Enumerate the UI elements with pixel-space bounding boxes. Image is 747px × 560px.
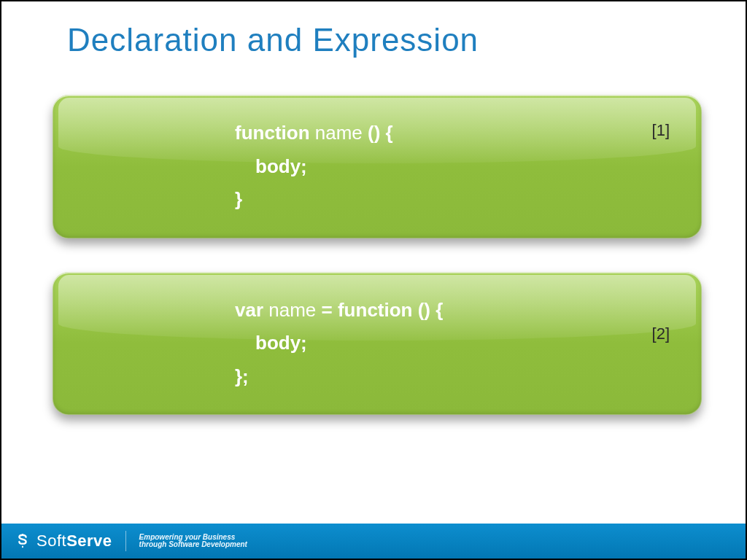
reference-badge: [1]: [652, 121, 670, 140]
code-keyword: };: [235, 365, 249, 387]
reference-badge: [2]: [652, 324, 670, 343]
code-line: }: [235, 183, 673, 217]
slide-title: Declaration and Expression: [1, 1, 746, 58]
brand-logo: SoftServe: [15, 532, 112, 551]
code-keyword: }: [235, 188, 242, 210]
slide-content: [1] function name () { body; } [2] var n…: [1, 58, 746, 524]
code-text: name: [310, 122, 368, 144]
code-line: };: [235, 360, 673, 394]
code-line: var name = function () {: [235, 294, 673, 327]
code-text: name: [263, 299, 322, 321]
code-box-declaration: [1] function name () { body; }: [53, 95, 702, 238]
slide: Declaration and Expression [1] function …: [0, 0, 747, 560]
code-keyword: () {: [368, 122, 393, 144]
code-keyword: body;: [255, 332, 307, 354]
code-box-expression: [2] var name = function () { body; };: [53, 272, 702, 416]
code-lines: var name = function () { body; };: [235, 294, 673, 394]
code-lines: function name () { body; }: [235, 117, 673, 217]
brand-s-icon: [15, 533, 31, 549]
code-line: function name () {: [235, 117, 673, 150]
footer-divider: [125, 531, 126, 551]
brand-tagline: Empowering your Business through Softwar…: [139, 534, 247, 549]
tagline-line2: through Software Development: [139, 541, 247, 549]
code-keyword: var: [235, 299, 263, 321]
brand-text-soft: Soft: [36, 532, 66, 550]
code-keyword: = function () {: [322, 299, 444, 321]
code-keyword: body;: [255, 155, 307, 177]
brand-text-serve: Serve: [66, 532, 112, 550]
code-keyword: function: [235, 122, 310, 144]
footer-bar: SoftServe Empowering your Business throu…: [1, 524, 746, 559]
code-line: body;: [235, 150, 673, 184]
code-line: body;: [235, 327, 673, 360]
